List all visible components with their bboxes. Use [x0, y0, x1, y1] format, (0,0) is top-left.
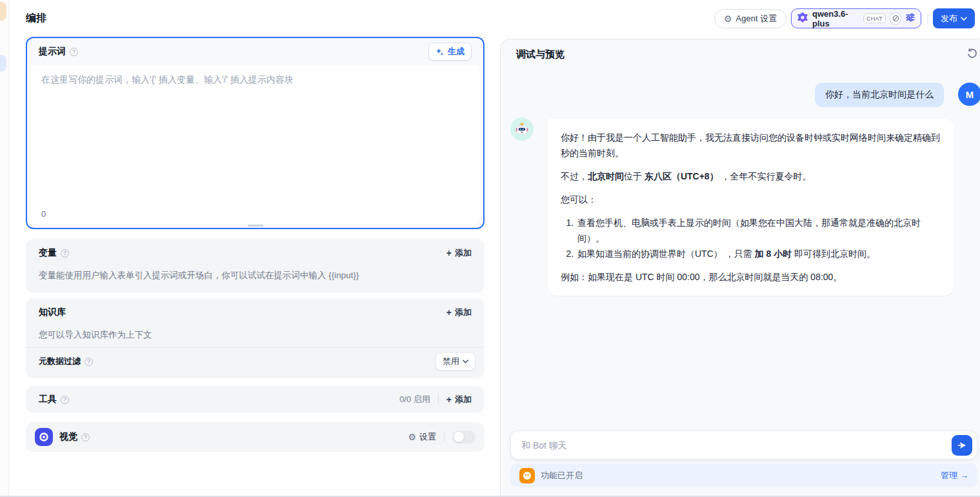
publish-button[interactable]: 发布 — [933, 8, 975, 28]
qwen-logo-icon — [797, 12, 808, 26]
features-bar: 功能已开启 管理 → — [510, 463, 977, 487]
bot-paragraph: 不过，北京时间位于 东八区（UTC+8） ，全年不实行夏令时。 — [561, 168, 941, 184]
sidebar-app-icon[interactable] — [0, 2, 6, 21]
manage-features-link[interactable]: 管理 → — [941, 470, 968, 482]
model-type-badge: CHAT — [863, 14, 886, 23]
tools-section: 工具 ? 0/0 启用 + 添加 — [26, 386, 485, 413]
bot-list-item: 如果知道当前的协调世界时（UTC） ，只需 加 8 小时 即可得到北京时间。 — [576, 246, 941, 261]
bot-list-item: 查看您手机、电脑或手表上显示的时间（如果您在中国大陆，那通常就是准确的北京时间）… — [576, 215, 941, 246]
variables-title: 变量 — [39, 247, 57, 259]
bot-paragraph: 你好！由于我是一个人工智能助手，我无法直接访问您的设备时钟或实时网络时间来确定精… — [561, 130, 941, 161]
refresh-icon[interactable] — [965, 47, 979, 61]
left-sidebar-strip — [0, 0, 9, 497]
add-variable-label: 添加 — [455, 247, 472, 259]
vision-settings-button[interactable]: ⚙ 设置 — [408, 431, 436, 443]
variables-section: 变量 ? + 添加 变量能使用用户输入表单引入提示词或开场白，你可以试试在提示词… — [26, 239, 485, 293]
page-title: 编排 — [26, 12, 46, 25]
generate-prompt-button[interactable]: 生成 — [428, 43, 472, 61]
agent-settings-button[interactable]: ⚙ Agent 设置 — [714, 9, 786, 28]
prompt-char-counter: 0 — [41, 209, 46, 219]
publish-label: 发布 — [941, 13, 957, 25]
knowledge-title: 知识库 — [39, 307, 66, 318]
sidebar-app-icon-2[interactable] — [0, 55, 6, 72]
divider — [438, 395, 439, 404]
chat-input[interactable] — [511, 431, 930, 459]
metadata-filter-value: 禁用 — [443, 356, 459, 367]
gear-icon: ⚙ — [408, 432, 416, 441]
bot-message-bubble: 你好！由于我是一个人工智能助手，我无法直接访问您的设备时钟或实时网络时间来确定精… — [548, 119, 954, 296]
model-selector[interactable]: qwen3.6-plus CHAT — [791, 8, 921, 28]
help-icon: ? — [81, 433, 90, 441]
bot-paragraph: 例如：如果现在是 UTC 时间 00:00，那么北京时间就是当天的 08:00。 — [561, 269, 941, 285]
bot-paragraph: 您可以： — [561, 192, 941, 207]
variables-description: 变量能使用用户输入表单引入提示词或开场白，你可以试试在提示词中输入 {{inpu… — [26, 267, 485, 281]
sparkle-icon — [435, 48, 444, 56]
help-icon: ? — [70, 48, 78, 56]
divider — [444, 432, 445, 441]
vision-title: 视觉 — [59, 431, 77, 443]
user-message-row: 你好，当前北京时间是什么 — [815, 83, 944, 107]
help-icon: ? — [85, 358, 93, 366]
vision-eye-icon — [35, 428, 53, 446]
send-button[interactable] — [952, 435, 972, 456]
citation-feature-icon — [519, 468, 535, 483]
add-knowledge-button[interactable]: + 添加 — [446, 307, 472, 318]
model-parameters-icon[interactable] — [905, 12, 915, 25]
help-icon: ? — [61, 396, 69, 404]
metadata-filter-dropdown[interactable]: 禁用 — [435, 352, 475, 370]
tools-title: 工具 — [39, 394, 57, 405]
user-avatar: M — [958, 83, 980, 106]
arrow-right-icon: → — [960, 471, 968, 480]
generate-label: 生成 — [448, 46, 465, 57]
plus-icon: + — [446, 249, 452, 258]
user-message-bubble: 你好，当前北京时间是什么 — [815, 83, 944, 107]
features-status-label: 功能已开启 — [541, 470, 583, 482]
plus-icon: + — [446, 395, 452, 404]
metadata-filter-title: 元数据过滤 — [39, 356, 81, 367]
model-name: qwen3.6-plus — [812, 9, 859, 28]
knowledge-section: 知识库 + 添加 您可以导入知识库作为上下文 元数据过滤 ? 禁用 — [26, 298, 485, 378]
prompt-input[interactable] — [31, 65, 479, 194]
app-screen: 编排 ⚙ Agent 设置 qwen3.6-plus CHAT — [0, 0, 980, 497]
debug-preview-title: 调试与预览 — [516, 48, 565, 61]
prompt-card: 提示词 ? 生成 0 — [26, 37, 485, 229]
model-load-balancing-icon[interactable] — [890, 12, 901, 25]
tools-enabled-count: 0/0 启用 — [399, 394, 430, 405]
knowledge-description: 您可以导入知识库作为上下文 — [26, 327, 485, 341]
add-tool-label: 添加 — [455, 394, 472, 405]
bot-numbered-list: 查看您手机、电脑或手表上显示的时间（如果您在中国大陆，那通常就是准确的北京时间）… — [561, 215, 941, 261]
vision-section: 视觉 ? ⚙ 设置 — [26, 422, 485, 452]
add-variable-button[interactable]: + 添加 — [446, 247, 472, 259]
prompt-title: 提示词 — [39, 46, 66, 57]
chevron-down-icon — [463, 360, 468, 363]
agent-settings-label: Agent 设置 — [736, 13, 777, 25]
chevron-down-icon — [961, 17, 967, 21]
send-icon — [957, 440, 967, 451]
help-icon: ? — [61, 249, 69, 258]
gear-icon: ⚙ — [724, 14, 732, 23]
add-knowledge-label: 添加 — [455, 307, 472, 318]
bot-avatar-robot-icon — [510, 117, 534, 141]
plus-icon: + — [446, 308, 452, 317]
resize-handle[interactable] — [248, 225, 263, 227]
chat-input-container — [510, 431, 977, 460]
debug-preview-panel: 调试与预览 你好，当前北京时间是什么 M 你好！由于我是 — [500, 39, 980, 497]
vision-toggle[interactable] — [452, 431, 475, 443]
vision-settings-label: 设置 — [419, 431, 436, 443]
add-tool-button[interactable]: + 添加 — [446, 394, 472, 405]
topbar-divider — [927, 14, 928, 24]
